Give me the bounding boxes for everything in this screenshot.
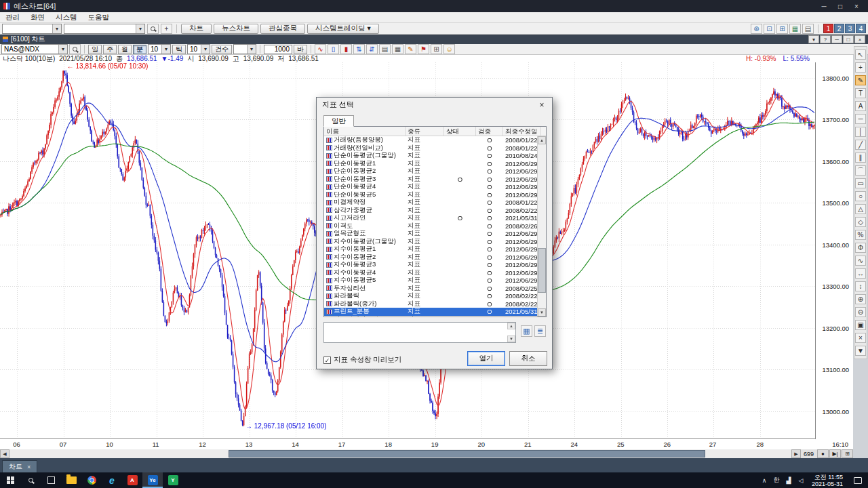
price-axis[interactable]: 13000.0013100.0013200.0013300.0013400.00… bbox=[815, 62, 853, 439]
trendline-tool-icon[interactable]: ╱ bbox=[855, 140, 866, 150]
grid-layout-icon[interactable]: ▦ bbox=[392, 44, 403, 54]
bar-unit-button[interactable]: 바 bbox=[294, 45, 307, 54]
compare-icon[interactable]: ⇅ bbox=[353, 44, 365, 54]
indicator-description-box[interactable]: ▲ ▼ bbox=[323, 322, 516, 343]
table-scrollbar-thumb[interactable] bbox=[538, 248, 546, 293]
preview-checkbox[interactable]: ✓ 지표 속성창 미리보기 bbox=[323, 355, 401, 365]
fibonacci-tool-icon[interactable]: Φ bbox=[855, 243, 866, 253]
network-icon[interactable]: ▟ bbox=[783, 472, 795, 488]
triangle-tool-icon[interactable]: △ bbox=[855, 204, 866, 214]
volume-icon[interactable]: ◁ bbox=[795, 472, 807, 488]
horizontal-range-tool-icon[interactable]: ↔ bbox=[855, 268, 866, 279]
text-tool-icon[interactable]: T bbox=[855, 88, 866, 98]
parallel-channel-tool-icon[interactable]: ∥ bbox=[855, 152, 866, 163]
rectangle-tool-icon[interactable]: ▭ bbox=[855, 178, 866, 188]
spin-up-icon[interactable]: ▲ bbox=[507, 323, 515, 329]
chevron-down-icon[interactable]: ▾ bbox=[58, 45, 67, 54]
window-close-button[interactable]: × bbox=[854, 35, 865, 43]
printer-icon[interactable]: ▤ bbox=[802, 24, 814, 34]
icon-view-button[interactable]: ▦ bbox=[521, 325, 532, 337]
window-list-icon[interactable]: ▾ bbox=[808, 35, 819, 43]
scroll-down-icon[interactable]: ▼ bbox=[538, 308, 546, 317]
tab-close-icon[interactable]: × bbox=[27, 464, 31, 470]
panel-split-icon[interactable]: ⊞ bbox=[431, 44, 442, 54]
bar-count-input[interactable]: 1000 bbox=[264, 45, 292, 54]
menu-screen[interactable]: 화면 bbox=[31, 13, 45, 22]
sort-icon[interactable]: ⇵ bbox=[366, 44, 378, 54]
chevron-down-icon[interactable]: ▾ bbox=[136, 24, 144, 33]
column-header-5[interactable]: 최종수정일 bbox=[503, 127, 541, 136]
symbol-search-button[interactable] bbox=[69, 44, 81, 54]
cancel-button[interactable]: 취소 bbox=[509, 351, 547, 366]
tab-chart[interactable]: 차트 × bbox=[2, 460, 37, 472]
dialog-titlebar[interactable]: 지표 선택 × bbox=[317, 98, 552, 112]
workspace-tab-2[interactable]: 2 bbox=[834, 24, 844, 33]
add-item-button[interactable]: + bbox=[161, 24, 172, 34]
delete-drawing-tool-icon[interactable]: × bbox=[855, 333, 866, 343]
zoom-in-tool-icon[interactable]: ⊕ bbox=[855, 294, 866, 304]
detail-view-button[interactable]: ≣ bbox=[534, 325, 546, 337]
window-maximize-button[interactable]: □ bbox=[843, 35, 854, 43]
period-count-button[interactable]: 건수 bbox=[212, 45, 232, 54]
dual-monitor-icon[interactable]: ⊞ bbox=[776, 24, 788, 34]
scrollbar-track[interactable] bbox=[9, 449, 791, 458]
bar-style-icon[interactable]: ▮ bbox=[340, 44, 352, 54]
taskbar-app-chrome[interactable] bbox=[81, 472, 102, 488]
nav-chart-button[interactable]: 차트 bbox=[181, 24, 212, 34]
spin-down-icon[interactable]: ▼ bbox=[507, 336, 515, 342]
vertical-range-tool-icon[interactable]: ↕ bbox=[855, 281, 866, 291]
snap-tool-icon[interactable]: ▣ bbox=[855, 320, 866, 330]
flag-icon[interactable]: ⚑ bbox=[418, 44, 429, 54]
diamond-tool-icon[interactable]: ◇ bbox=[855, 217, 866, 227]
emoticon-icon[interactable]: ☺ bbox=[443, 44, 455, 54]
close-button[interactable]: × bbox=[848, 3, 865, 10]
nav-systemtrading-button[interactable]: 시스템트레이딩 ▾ bbox=[307, 24, 379, 34]
scroll-left-button[interactable]: ◀ bbox=[0, 449, 9, 458]
horizontal-line-tool-icon[interactable]: ─ bbox=[855, 114, 866, 124]
circle-tool-icon[interactable]: ○ bbox=[855, 191, 866, 201]
scroll-up-icon[interactable]: ▲ bbox=[538, 136, 546, 144]
arc-tool-icon[interactable]: ⌒ bbox=[855, 165, 866, 176]
taskbar-search-button[interactable] bbox=[20, 472, 41, 488]
monitor-icon[interactable]: ⊡ bbox=[764, 24, 775, 34]
pencil-tool-icon[interactable]: ✎ bbox=[855, 75, 866, 85]
window-minimize-button[interactable]: ─ bbox=[831, 35, 842, 43]
crosshair-tool-icon[interactable]: + bbox=[855, 62, 866, 73]
indicator-row[interactable]: 피보나치되돌림지표O2008/02/25 … bbox=[324, 316, 537, 317]
column-header-1[interactable]: 이름 bbox=[324, 127, 406, 136]
percent-tool-icon[interactable]: % bbox=[855, 230, 866, 240]
taskbar-app-yeschart[interactable]: Ye bbox=[142, 472, 163, 488]
taskbar-app-file-explorer[interactable] bbox=[61, 472, 81, 488]
chart-window-titlebar[interactable]: [6100] 차트 ▾?─□× bbox=[0, 35, 868, 44]
wave-style-icon[interactable]: ∿ bbox=[315, 44, 326, 54]
workspace-tab-1[interactable]: 1 bbox=[823, 24, 833, 33]
menu-system[interactable]: 시스템 bbox=[56, 13, 77, 22]
chevron-down-icon[interactable]: ▾ bbox=[247, 45, 256, 54]
taskbar-app-acrobat[interactable]: A bbox=[122, 472, 142, 488]
tick-interval-combobox[interactable]: 10 ▾ bbox=[187, 44, 210, 54]
column-header-2[interactable]: 종류 bbox=[406, 127, 444, 136]
open-button[interactable]: 열기 bbox=[467, 351, 505, 366]
count-interval-combobox[interactable]: ▾ bbox=[233, 44, 256, 54]
task-view-button[interactable] bbox=[41, 472, 61, 488]
collapse-toolbar-icon[interactable]: ▼ bbox=[855, 346, 866, 356]
scroll-right-button[interactable]: ▶ bbox=[791, 449, 801, 458]
taskbar-app-stock-app[interactable]: Y bbox=[163, 472, 183, 488]
label-tool-icon[interactable]: A bbox=[855, 101, 866, 111]
layout-grid-icon[interactable]: ▦ bbox=[789, 24, 801, 34]
chevron-down-icon[interactable]: ▾ bbox=[201, 45, 210, 54]
symbol-search-combobox[interactable]: ▾ bbox=[64, 24, 145, 34]
help-button[interactable]: ? bbox=[820, 35, 831, 43]
notification-center-button[interactable] bbox=[848, 472, 868, 488]
candle-style-icon[interactable]: ▯ bbox=[328, 44, 339, 54]
chevron-down-icon[interactable]: ▾ bbox=[161, 45, 170, 54]
ime-korean-indicator[interactable]: 한 bbox=[770, 472, 783, 488]
vertical-line-tool-icon[interactable]: │ bbox=[855, 127, 866, 137]
tab-general[interactable]: 일반 bbox=[323, 115, 354, 127]
checkbox-checked-icon[interactable]: ✓ bbox=[323, 357, 331, 364]
menu-help[interactable]: 도움말 bbox=[88, 13, 110, 22]
minute-interval-combobox[interactable]: 10 ▾ bbox=[148, 44, 171, 54]
chevron-down-icon[interactable]: ▾ bbox=[52, 24, 61, 33]
time-axis[interactable]: 060710111213141718192021242526272816:10 bbox=[0, 440, 853, 449]
period-minute-button[interactable]: 분 bbox=[133, 45, 146, 54]
